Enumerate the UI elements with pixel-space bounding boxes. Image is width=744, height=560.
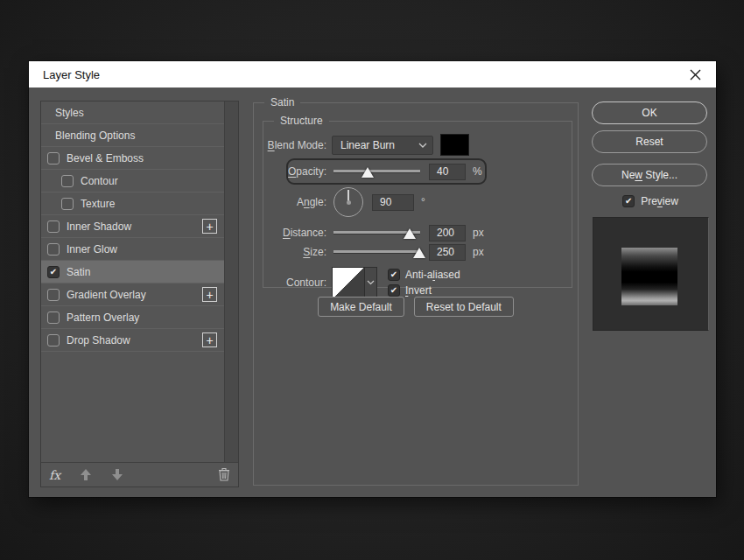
preview-checkbox[interactable] xyxy=(622,195,635,207)
angle-unit: ° xyxy=(421,196,425,208)
sidebar-item-label: Texture xyxy=(81,198,115,210)
contour-dropdown-button[interactable] xyxy=(364,268,376,298)
size-label: Size: xyxy=(263,246,326,258)
sidebar-item-label: Styles xyxy=(55,107,84,119)
slider-thumb[interactable] xyxy=(413,248,425,258)
distance-input[interactable]: 200 xyxy=(429,225,466,242)
sidebar-item-label: Inner Glow xyxy=(67,243,117,256)
contour-row: Contour: Anti-aliased xyxy=(263,265,572,300)
angle-input[interactable]: 90 xyxy=(372,194,414,211)
move-effect-down-button[interactable] xyxy=(111,468,123,482)
anti-aliased-option[interactable]: Anti-aliased xyxy=(388,269,460,281)
contour-label: Contour: xyxy=(263,276,326,289)
satin-color-swatch[interactable] xyxy=(440,134,469,156)
sidebar-item-label: Satin xyxy=(67,266,90,278)
invert-label: Invert xyxy=(405,284,432,297)
size-row: Size: 250 px xyxy=(263,243,572,261)
angle-label: Angle: xyxy=(263,196,326,208)
sidebar-item-styles[interactable]: Styles xyxy=(41,102,224,124)
defaults-button-row: Make Default Reset to Default xyxy=(254,297,578,317)
sidebar-item-inner-shadow[interactable]: Inner Shadow xyxy=(41,215,224,238)
move-effect-up-button[interactable] xyxy=(80,468,92,482)
styles-list-toolbar: fx xyxy=(41,462,238,486)
layer-style-dialog: Layer Style Styles Blending Options Beve… xyxy=(29,61,716,497)
satin-settings-panel: Satin Structure Blend Mode: Linear Burn … xyxy=(253,102,579,486)
sidebar-item-label: Contour xyxy=(81,175,118,187)
angle-row: Angle: 90 ° xyxy=(263,186,572,219)
blend-mode-value: Linear Burn xyxy=(340,139,418,151)
add-effect-instance-button[interactable] xyxy=(202,332,217,347)
preview-option[interactable]: Preview xyxy=(591,195,710,207)
sidebar-item-label: Blending Options xyxy=(55,130,135,142)
slider-thumb[interactable] xyxy=(404,228,416,239)
reset-to-default-button[interactable]: Reset to Default xyxy=(414,297,514,317)
blend-mode-select[interactable]: Linear Burn xyxy=(332,136,433,155)
opacity-label: Opacity: xyxy=(263,165,326,178)
make-default-button[interactable]: Make Default xyxy=(318,297,404,317)
effect-checkbox[interactable] xyxy=(47,289,60,301)
contour-thumbnail[interactable] xyxy=(333,268,364,298)
preview-label: Preview xyxy=(641,195,678,207)
effect-checkbox[interactable] xyxy=(61,175,74,187)
anti-aliased-checkbox[interactable] xyxy=(388,269,400,281)
dialog-actions: OK Reset New Style... Preview xyxy=(591,100,710,331)
sidebar-item-label: Pattern Overlay xyxy=(67,312,139,324)
blend-mode-label: Blend Mode: xyxy=(263,139,326,151)
satin-preview-swatch xyxy=(621,248,677,305)
delete-effect-button[interactable] xyxy=(218,467,230,482)
effect-checkbox[interactable] xyxy=(47,243,60,256)
add-effect-instance-button[interactable] xyxy=(202,219,217,234)
sidebar-item-contour[interactable]: Contour xyxy=(41,170,224,192)
new-style-button[interactable]: New Style... xyxy=(592,164,707,186)
slider-track xyxy=(333,250,420,253)
sidebar-item-satin[interactable]: Satin xyxy=(41,261,224,284)
opacity-row: Opacity: 40 % xyxy=(263,161,572,182)
structure-legend: Structure xyxy=(274,115,329,127)
effect-checkbox[interactable] xyxy=(61,198,74,210)
arrow-up-icon xyxy=(80,468,92,481)
styles-list-panel: Styles Blending Options Bevel & Emboss C… xyxy=(40,101,239,487)
size-input[interactable]: 250 xyxy=(429,244,466,261)
sidebar-item-drop-shadow[interactable]: Drop Shadow xyxy=(41,329,224,352)
close-icon xyxy=(690,69,701,80)
size-slider[interactable] xyxy=(332,243,422,261)
distance-label: Distance: xyxy=(263,227,326,239)
invert-checkbox[interactable] xyxy=(388,284,400,297)
distance-row: Distance: 200 px xyxy=(263,224,572,242)
effect-checkbox[interactable] xyxy=(47,220,60,233)
sidebar-item-gradient-overlay[interactable]: Gradient Overlay xyxy=(41,284,224,306)
add-effect-instance-button[interactable] xyxy=(202,287,217,302)
invert-option[interactable]: Invert xyxy=(388,284,460,297)
effect-checkbox[interactable] xyxy=(47,266,60,278)
arrow-down-icon xyxy=(111,468,123,481)
close-button[interactable] xyxy=(683,64,707,85)
trash-icon xyxy=(218,467,230,481)
contour-picker[interactable] xyxy=(332,267,377,299)
sidebar-item-blending-options[interactable]: Blending Options xyxy=(41,124,224,147)
angle-dial[interactable] xyxy=(333,187,363,217)
distance-slider[interactable] xyxy=(332,224,422,242)
styles-list: Styles Blending Options Bevel & Emboss C… xyxy=(41,102,224,462)
sidebar-item-bevel-emboss[interactable]: Bevel & Emboss xyxy=(41,147,224,170)
opacity-unit: % xyxy=(473,165,482,178)
slider-thumb[interactable] xyxy=(361,167,374,178)
size-unit: px xyxy=(473,246,484,258)
effect-checkbox[interactable] xyxy=(47,334,60,346)
anti-aliased-label: Anti-aliased xyxy=(405,269,460,281)
opacity-input[interactable]: 40 xyxy=(429,164,466,180)
sidebar-item-texture[interactable]: Texture xyxy=(41,192,224,215)
fx-menu-icon[interactable]: fx xyxy=(49,468,60,482)
ok-button[interactable]: OK xyxy=(592,102,707,124)
styles-list-scrollbar[interactable] xyxy=(224,102,238,462)
sidebar-item-pattern-overlay[interactable]: Pattern Overlay xyxy=(41,306,224,329)
slider-track xyxy=(333,170,420,172)
sidebar-item-label: Gradient Overlay xyxy=(67,289,146,301)
opacity-slider[interactable] xyxy=(332,163,422,180)
reset-button[interactable]: Reset xyxy=(592,130,707,153)
sidebar-item-label: Drop Shadow xyxy=(67,334,130,346)
effect-checkbox[interactable] xyxy=(47,152,60,164)
effect-checkbox[interactable] xyxy=(47,312,60,324)
sidebar-item-label: Inner Shadow xyxy=(67,220,131,233)
panel-legend: Satin xyxy=(264,96,300,108)
sidebar-item-inner-glow[interactable]: Inner Glow xyxy=(41,238,224,261)
